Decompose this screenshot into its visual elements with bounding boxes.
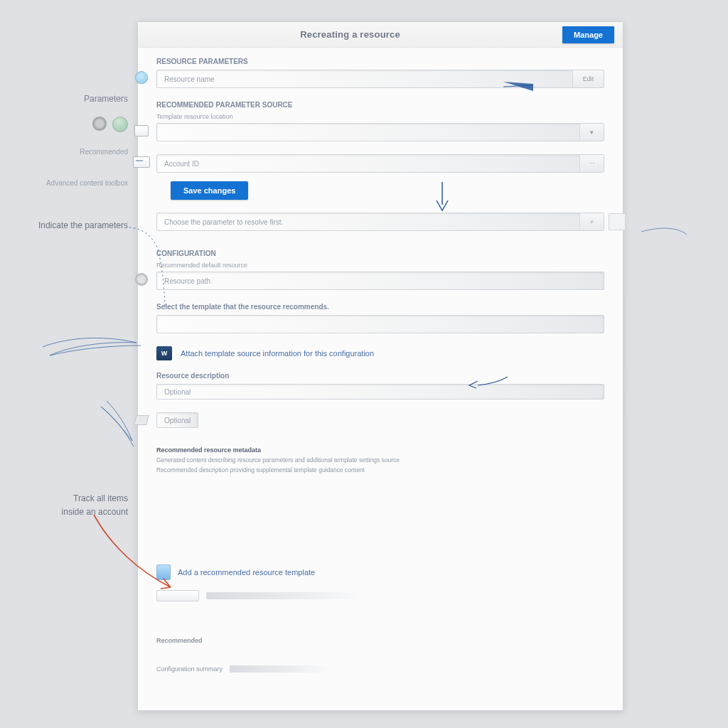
row-param-source: ▾ xyxy=(156,123,604,141)
row-account: Account ID ⋯ xyxy=(156,154,604,173)
row-resource-name: Resource name Edit xyxy=(156,70,604,88)
footer-label-2-row: Configuration summary xyxy=(156,665,604,673)
sub-param-source: Template resource location xyxy=(156,113,604,120)
config1-input[interactable]: Resource path xyxy=(156,272,604,290)
account-placeholder: Account ID xyxy=(164,160,199,168)
left-annot-icons xyxy=(7,112,128,136)
footer-label-2: Configuration summary xyxy=(156,665,223,673)
calendar-icon-wrap xyxy=(132,123,151,139)
doc-icon xyxy=(156,564,171,580)
footer-bar-2 xyxy=(230,665,329,673)
callout2-line1: Track all items xyxy=(73,493,128,503)
card-icon-wrap xyxy=(132,154,151,170)
config2-input[interactable] xyxy=(156,315,604,333)
description-placeholder: Optional xyxy=(164,388,191,396)
search-placeholder: Choose the parameter to resolve first. xyxy=(164,218,283,226)
footer-bar-1 xyxy=(206,592,363,599)
account-addon[interactable]: ⋯ xyxy=(579,155,604,172)
search-go-button[interactable] xyxy=(609,213,626,230)
micro-p2: Recommended description providing supple… xyxy=(156,466,604,475)
left-annot-callout2: Track all items inside an account xyxy=(7,492,128,519)
resource-name-addon[interactable]: Edit xyxy=(572,70,604,87)
micro-p1: Generated content describing resource pa… xyxy=(156,456,604,465)
word-icon: W xyxy=(156,346,172,360)
config1-placeholder: Resource path xyxy=(164,277,210,285)
param-source-input[interactable]: ▾ xyxy=(156,123,604,141)
word-icon-wrap: W xyxy=(156,346,172,360)
footer-label-1: Recommended xyxy=(156,637,203,644)
tag-icon xyxy=(134,415,149,425)
label-param-source: Recommended parameter source xyxy=(156,101,604,109)
left-annot-sub2: Advanced content toolbox xyxy=(7,179,128,187)
footer-item-pill xyxy=(156,590,604,601)
dialog: Recreating a resource Manage Resource pa… xyxy=(137,21,623,711)
label-description: Resource description xyxy=(156,372,604,380)
callout2-line2: inside an account xyxy=(62,507,128,517)
footer-item-add: Add a recommended resource template xyxy=(156,564,604,580)
label-resource-params: Resource parameters xyxy=(156,58,604,65)
optional-tag-input[interactable]: Optional xyxy=(156,412,198,428)
footer-label-1-row: Recommended xyxy=(156,637,604,644)
bulb-icon xyxy=(135,71,148,84)
description-input[interactable]: Optional xyxy=(156,384,604,400)
optional-tag-placeholder: Optional xyxy=(164,417,191,424)
search-addon[interactable]: ⌕ xyxy=(579,213,604,230)
resource-name-placeholder: Resource name xyxy=(164,75,215,83)
attach-template-link[interactable]: Attach template source information for t… xyxy=(181,349,374,358)
dialog-body: Resource parameters Resource name Edit R… xyxy=(138,48,623,680)
bulb-icon-wrap xyxy=(132,70,151,85)
manage-button[interactable]: Manage xyxy=(562,26,614,43)
attach-link-row: W Attach template source information for… xyxy=(156,346,604,360)
footer-pill[interactable] xyxy=(156,590,199,601)
row-config-1: Resource path xyxy=(156,272,604,290)
save-changes-button[interactable]: Save changes xyxy=(171,181,248,200)
sub-configuration: Recommended default resource xyxy=(156,262,604,269)
dialog-header: Recreating a resource Manage xyxy=(138,22,623,48)
resource-name-input[interactable]: Resource name Edit xyxy=(156,70,604,88)
label-configuration: Configuration xyxy=(156,250,604,257)
param-source-addon[interactable]: ▾ xyxy=(579,124,604,141)
row-optional-tag: Optional xyxy=(156,412,604,428)
calendar-icon xyxy=(134,125,149,136)
tag-icon-wrap xyxy=(132,412,151,428)
add-template-link[interactable]: Add a recommended resource template xyxy=(178,568,315,577)
micro-title: Recommended resource metadata xyxy=(156,446,604,454)
row-search: Choose the parameter to resolve first. ⌕ xyxy=(156,213,604,231)
dialog-title: Recreating a resource xyxy=(138,29,562,40)
row-description: Optional xyxy=(156,384,604,400)
card-icon xyxy=(133,156,150,168)
footer-block: Add a recommended resource template Reco… xyxy=(156,525,604,673)
account-input[interactable]: Account ID ⋯ xyxy=(156,154,604,173)
gear-small-wrap xyxy=(132,272,151,287)
left-annot-callout1: Indicate the parameters xyxy=(7,220,128,230)
search-input[interactable]: Choose the parameter to resolve first. ⌕ xyxy=(156,213,604,231)
label-template-select: Select the template that the resource re… xyxy=(156,303,604,311)
gear-icon xyxy=(92,117,107,131)
left-annot-sub1: Recommended xyxy=(7,148,128,156)
globe-icon xyxy=(112,117,128,132)
row-config-2 xyxy=(156,315,604,333)
gear-small-icon xyxy=(135,273,148,286)
left-annot-heading: Parameters xyxy=(7,94,128,104)
